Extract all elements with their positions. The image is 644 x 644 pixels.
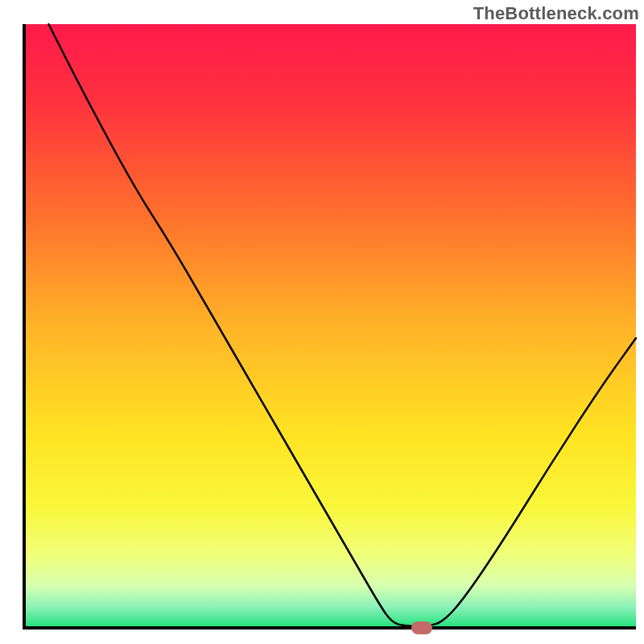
chart-background <box>24 24 636 628</box>
chart-container: TheBottleneck.com <box>0 0 644 644</box>
bottleneck-chart <box>0 0 644 644</box>
optimal-point-marker <box>411 621 432 634</box>
